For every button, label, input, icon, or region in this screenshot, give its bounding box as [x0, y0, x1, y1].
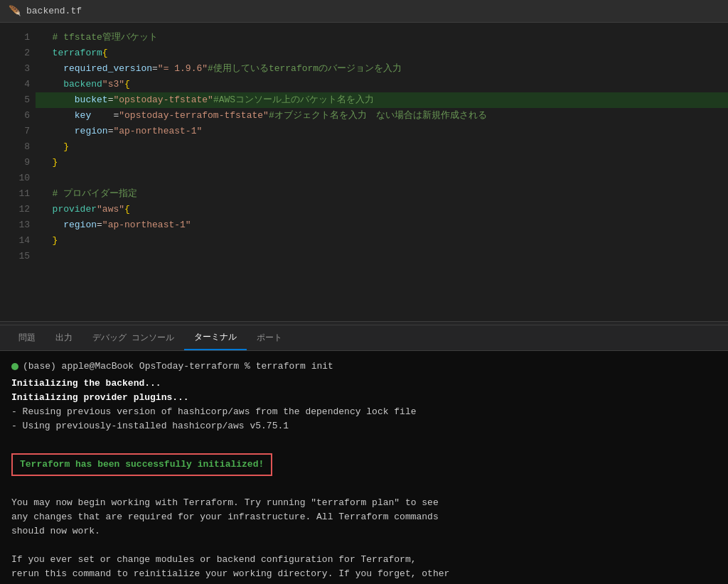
- prompt-text: (base) apple@MacBook OpsToday-terraform …: [23, 361, 333, 372]
- success-box-wrapper: Terraform has been successfully initiali…: [11, 448, 717, 482]
- editor-area: 1 2 3 4 5 6 7 8 9 10 11 12 13 14 15 # tf…: [0, 23, 728, 321]
- code-line-12: provider "aws" {: [36, 202, 728, 217]
- code-line-13: region = "ap-northeast-1": [36, 217, 728, 233]
- terminal-desc-4: If you ever set or change modules or bac…: [11, 553, 717, 567]
- code-line-6: key = "opstoday-terrafom-tfstate" #オブジェク…: [36, 108, 728, 124]
- terminal-desc-2: any changes that are required for your i…: [11, 510, 717, 524]
- tab-mondai[interactable]: 問題: [9, 326, 46, 350]
- tab-shutsuryoku[interactable]: 出力: [46, 326, 82, 350]
- code-line-4: backend "s3" {: [36, 77, 728, 92]
- code-line-2: terraform {: [36, 45, 728, 61]
- tab-terminal[interactable]: ターミナル: [184, 325, 247, 350]
- code-line-3: required_version = "= 1.9.6" #使用しているterr…: [36, 61, 728, 77]
- code-line-10: [36, 171, 728, 186]
- tab-debug[interactable]: デバッグ コンソール: [82, 326, 184, 350]
- success-message: Terraform has been successfully initiali…: [11, 453, 272, 476]
- file-icon: 🪶: [9, 5, 21, 17]
- terminal-desc-1: You may now begin working with Terraform…: [11, 496, 717, 510]
- terminal-line-init-backend: Initializing the backend...: [11, 377, 717, 391]
- code-line-5: bucket = "opstoday-tfstate" #AWSコンソール上のバ…: [36, 92, 728, 108]
- title-bar: 🪶 backend.tf: [0, 0, 728, 23]
- filename: backend.tf: [26, 6, 82, 16]
- tab-port[interactable]: ポート: [247, 326, 292, 350]
- code-line-9: }: [36, 155, 728, 171]
- terminal-desc-5: rerun this command to reinitialize your …: [11, 567, 717, 581]
- terminal-line-reusing: - Reusing previous version of hashicorp/…: [11, 405, 717, 419]
- code-line-11: # プロバイダー指定: [36, 186, 728, 202]
- terminal-desc-3: should now work.: [11, 524, 717, 539]
- code-container: 1 2 3 4 5 6 7 8 9 10 11 12 13 14 15 # tf…: [0, 23, 728, 321]
- terminal-line-init-plugins: Initializing provider plugins...: [11, 391, 717, 405]
- terminal-line-using: - Using previously-installed hashicorp/a…: [11, 419, 717, 433]
- line-numbers: 1 2 3 4 5 6 7 8 9 10 11 12 13 14 15: [0, 23, 36, 321]
- code-line-1: # tfstate管理バケット: [36, 30, 728, 45]
- code-line-7: region = "ap-northeast-1": [36, 124, 728, 139]
- terminal-tabs: 問題 出力 デバッグ コンソール ターミナル ポート: [0, 325, 728, 351]
- terminal-desc-6: commands will detect it and remind you t…: [11, 581, 717, 584]
- code-line-8: }: [36, 139, 728, 155]
- terminal-prompt-line-1: (base) apple@MacBook OpsToday-terraform …: [11, 359, 717, 374]
- status-indicator: [11, 363, 18, 370]
- code-line-15: [36, 249, 728, 264]
- terminal-content[interactable]: (base) apple@MacBook OpsToday-terraform …: [0, 351, 728, 584]
- code-line-14: }: [36, 233, 728, 249]
- code-content[interactable]: # tfstate管理バケット terraform { required_ver…: [36, 23, 728, 321]
